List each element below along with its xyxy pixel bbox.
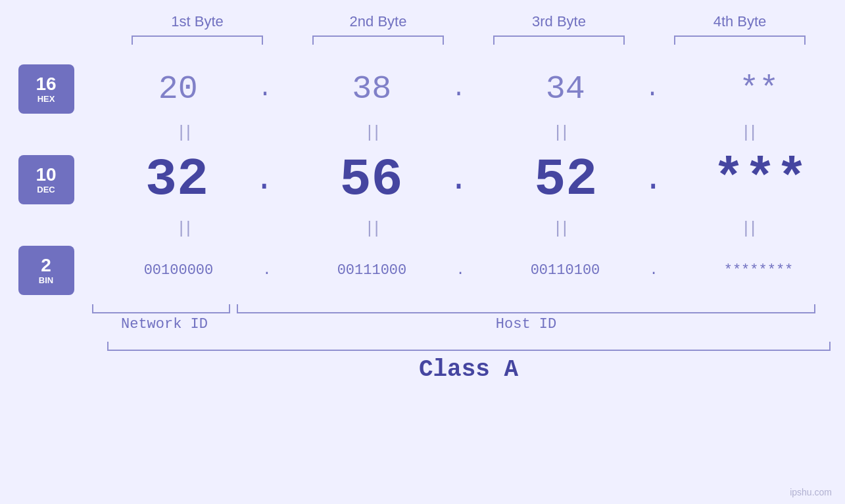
bottom-labels-container: Network ID Host ID [92,313,815,332]
dec-dot-1: . [254,161,274,198]
bracket-spacer [230,304,237,313]
eq2-b4: || [679,218,823,238]
dec-b3: 52 [534,150,597,210]
hex-b1: 20 [158,70,198,108]
eq2-b3: || [491,218,635,238]
hex-b2: 38 [352,70,391,108]
class-a-label: Class A [107,351,831,383]
bottom-id-section: Network ID Host ID [0,304,845,332]
dec-values: 32 . 56 . 52 . *** [92,143,845,216]
network-id-bracket [92,304,230,313]
hex-dot-1: . [258,76,272,103]
bin-row: 2 BIN 00100000 . 00111000 . 00110100 . * [0,239,845,302]
dec-b4: *** [713,150,808,210]
bracket-4 [674,35,806,45]
dec-b4-cell: *** [688,150,833,210]
bin-b3-cell: 00110100 [493,262,637,279]
hex-badge: 16 HEX [18,64,74,114]
class-bracket [107,342,831,351]
bin-b4-cell: ******** [687,262,831,279]
bracket-3 [493,35,625,45]
eq1-b3: || [491,122,635,142]
watermark: ipshu.com [790,487,832,497]
dec-badge: 10 DEC [18,155,74,204]
eq1-b4: || [679,122,823,142]
top-brackets [107,35,831,45]
bin-label-col: 2 BIN [0,239,92,302]
equals-row-1: || || || || [0,120,845,143]
equals-1: || || || || [92,120,845,143]
byte-headers-row: 1st Byte 2nd Byte 3rd Byte 4th Byte [107,13,831,30]
bin-values: 00100000 . 00111000 . 00110100 . *******… [92,256,845,285]
hex-b3: 34 [546,70,585,108]
network-id-label: Network ID [92,313,237,332]
bin-b2: 00111000 [337,262,407,279]
dec-b2: 56 [340,150,403,210]
dec-dot-3: . [643,161,663,198]
dec-label-col: 10 DEC [0,149,92,211]
byte-header-1: 1st Byte [125,13,270,30]
eq1-b1: || [114,122,258,142]
host-id-label: Host ID [237,313,815,332]
bin-badge: 2 BIN [18,246,74,295]
bin-b4: ******** [724,262,794,279]
equals-row-2: || || || || [0,216,845,239]
hex-b3-cell: 34 [493,70,638,108]
eq2-b1: || [114,218,258,238]
byte-header-3: 3rd Byte [487,13,631,30]
bracket-2 [312,35,444,45]
hex-dot-3: . [645,76,660,103]
hex-b4: ** [739,70,779,108]
hex-b1-cell: 20 [106,70,251,108]
eq2-b2: || [302,218,447,238]
bin-b2-cell: 00111000 [299,262,444,279]
hex-b4-cell: ** [687,70,831,108]
hex-b2-cell: 38 [299,70,444,108]
class-section: Class A [107,342,831,383]
hex-label-col: 16 HEX [0,58,92,120]
dec-b1: 32 [145,150,208,210]
byte-header-4: 4th Byte [667,13,812,30]
bin-dot-2: . [456,262,464,279]
host-id-bracket [237,304,815,313]
byte-header-2: 2nd Byte [306,13,450,30]
bin-b1: 00100000 [144,262,214,279]
hex-dot-2: . [452,76,466,103]
bracket-1 [132,35,263,45]
dec-dot-2: . [448,161,468,198]
bin-b1-cell: 00100000 [106,262,251,279]
bin-dot-1: . [262,262,271,279]
eq1-b2: || [302,122,447,142]
equals-2: || || || || [92,216,845,239]
bin-dot-3: . [649,262,658,279]
dec-b3-cell: 52 [493,150,638,210]
dec-row: 10 DEC 32 . 56 . 52 . *** [0,143,845,216]
bin-b3: 00110100 [531,262,600,279]
hex-row: 16 HEX 20 . 38 . 34 . ** [0,58,845,120]
dec-b1-cell: 32 [105,150,249,210]
dec-b2-cell: 56 [299,150,444,210]
bottom-brackets-container [92,304,815,313]
hex-values: 20 . 38 . 34 . ** [92,64,845,114]
main-container: 1st Byte 2nd Byte 3rd Byte 4th Byte 16 H… [0,0,845,504]
